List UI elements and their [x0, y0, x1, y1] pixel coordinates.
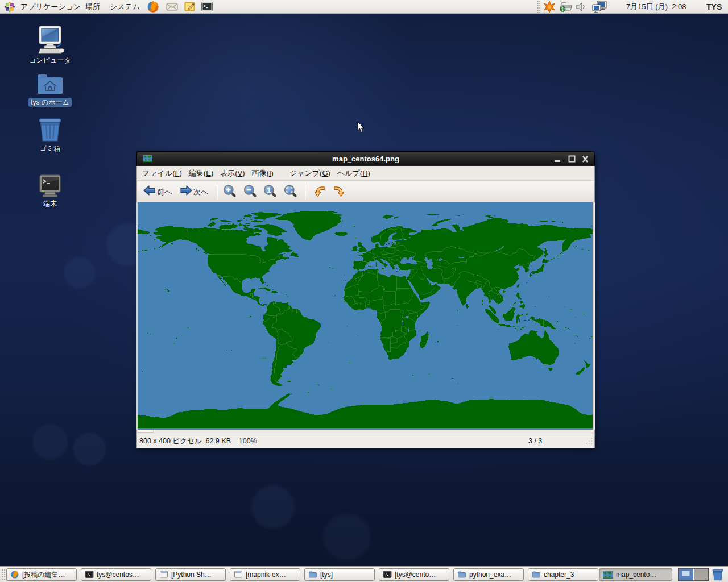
svg-text:1: 1 [267, 186, 271, 194]
